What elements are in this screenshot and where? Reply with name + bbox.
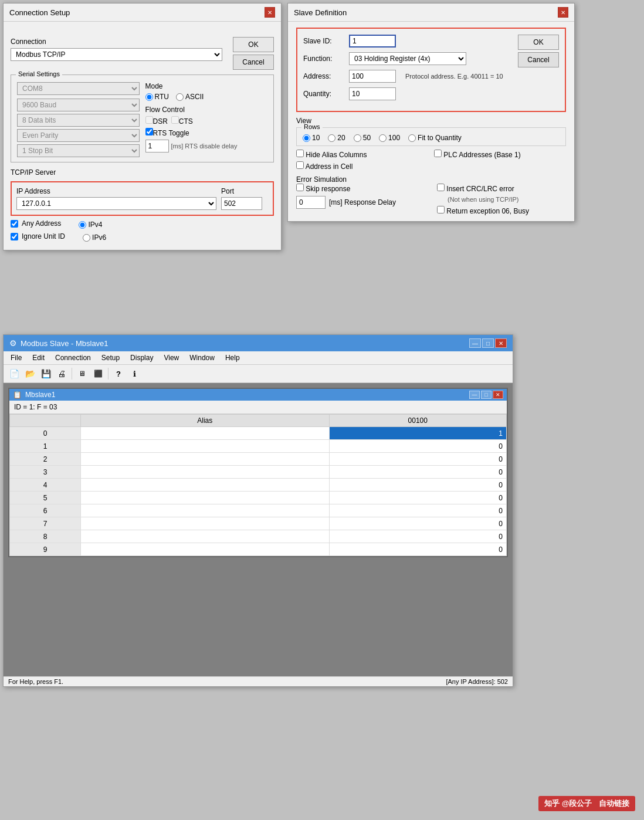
menu-window[interactable]: Window [185,353,219,363]
dsr-checkbox[interactable] [145,116,153,124]
parity-select[interactable]: Even Parity [17,129,140,142]
rows-20-radio[interactable] [328,134,335,142]
skip-response-check-label[interactable]: Skip response [296,184,425,193]
connection-ok-button[interactable]: OK [233,37,274,52]
app-maximize-button[interactable]: □ [482,338,494,348]
table-row[interactable]: 50 [10,492,507,504]
rows-10-radio[interactable] [303,134,310,142]
value-cell[interactable]: 0 [329,517,507,530]
databits-select[interactable]: 8 Data bits [17,114,140,127]
value-cell[interactable]: 0 [329,440,507,453]
alias-cell[interactable] [81,492,330,504]
toolbar-print-button[interactable]: 🖨 [55,367,69,381]
ip-address-select[interactable]: 127.0.0.1 [16,197,216,210]
value-cell[interactable]: 0 [329,453,507,466]
menu-edit[interactable]: Edit [28,353,49,363]
rtu-radio[interactable] [145,93,153,101]
value-cell[interactable]: 0 [329,466,507,479]
table-row[interactable]: 10 [10,440,507,453]
alias-cell[interactable] [81,543,330,556]
menu-display[interactable]: Display [126,353,158,363]
toolbar-open-button[interactable]: 📂 [23,367,37,381]
value-cell[interactable]: 1 [329,427,507,440]
table-row[interactable]: 60 [10,504,507,517]
ignore-unit-id-checkbox[interactable] [11,233,18,240]
connection-cancel-button[interactable]: Cancel [233,55,274,70]
toolbar-new-button[interactable]: 📄 [7,367,21,381]
baud-select[interactable]: 9600 Baud [17,99,140,111]
table-row[interactable]: 70 [10,517,507,530]
mdi-minimize-button[interactable]: — [469,391,480,399]
toolbar-about-button[interactable]: ℹ [127,367,141,381]
rows-10-label[interactable]: 10 [303,134,320,142]
app-minimize-button[interactable]: — [469,338,481,348]
slave-id-input[interactable] [349,35,396,48]
table-row[interactable]: 01 [10,427,507,440]
value-cell[interactable]: 0 [329,479,507,492]
rows-50-label[interactable]: 50 [354,134,371,142]
rtu-radio-label[interactable]: RTU [145,93,169,101]
menu-view[interactable]: View [159,353,184,363]
quantity-input[interactable] [349,87,396,100]
app-close-button[interactable]: ✕ [495,338,507,348]
ignore-unit-id-check-label[interactable]: Ignore Unit ID [11,232,65,240]
ipv4-radio[interactable] [79,221,86,229]
alias-cell[interactable] [81,530,330,543]
table-row[interactable]: 40 [10,479,507,492]
hide-alias-check-label[interactable]: Hide Alias Columns [296,150,428,159]
alias-cell[interactable] [81,440,330,453]
rows-50-radio[interactable] [354,134,361,142]
return-exception-checkbox[interactable] [437,206,445,214]
mdi-close-button[interactable]: ✕ [493,391,503,399]
response-delay-input[interactable] [296,196,326,209]
value-cell[interactable]: 0 [329,530,507,543]
rows-100-label[interactable]: 100 [379,134,400,142]
ipv6-radio[interactable] [83,234,90,242]
alias-cell[interactable] [81,453,330,466]
dsr-check-label[interactable]: DSR [145,116,168,126]
toolbar-disconnect-button[interactable]: ⬛ [91,367,105,381]
slave-def-ok-button[interactable]: OK [518,35,559,50]
value-cell[interactable]: 0 [329,543,507,556]
function-select[interactable]: 03 Holding Register (4x) 01 Coil Status … [349,52,466,65]
return-exception-check-label[interactable]: Return exception 06, Busy [437,206,566,215]
alias-cell[interactable] [81,504,330,517]
rts-toggle-label[interactable]: RTS Toggle [145,129,189,137]
address-in-cell-check-label[interactable]: Address in Cell [296,161,428,171]
ascii-radio[interactable] [176,93,184,101]
port-input[interactable] [221,197,262,210]
cts-checkbox[interactable] [171,116,179,124]
com-select[interactable]: COM8 [17,82,140,95]
skip-response-checkbox[interactable] [296,184,304,191]
rows-100-radio[interactable] [379,134,387,142]
connection-setup-close-button[interactable]: ✕ [265,7,275,18]
any-address-check-label[interactable]: Any Address [11,219,61,228]
any-address-checkbox[interactable] [11,220,18,228]
alias-cell[interactable] [81,427,330,440]
slave-definition-close-button[interactable]: ✕ [558,7,568,18]
rows-fit-radio[interactable] [408,134,416,142]
value-cell[interactable]: 0 [329,492,507,504]
toolbar-help-button[interactable]: ? [111,367,126,381]
alias-cell[interactable] [81,479,330,492]
rows-20-label[interactable]: 20 [328,134,345,142]
toolbar-connect-button[interactable]: 🖥 [75,367,89,381]
rows-fit-label[interactable]: Fit to Quantity [408,134,462,142]
connection-select[interactable]: Modbus TCP/IP Modbus RTU Modbus ASCII [11,48,222,61]
table-row[interactable]: 80 [10,530,507,543]
mdi-maximize-button[interactable]: □ [481,391,492,399]
ipv6-radio-label[interactable]: IPv6 [83,232,106,243]
ipv4-radio-label[interactable]: IPv4 [79,219,102,230]
slave-def-cancel-button[interactable]: Cancel [518,52,559,67]
alias-cell[interactable] [81,466,330,479]
value-cell[interactable]: 0 [329,504,507,517]
plc-address-check-label[interactable]: PLC Addresses (Base 1) [434,150,566,159]
menu-help[interactable]: Help [221,353,245,363]
rts-delay-input[interactable] [145,140,169,153]
stopbit-select[interactable]: 1 Stop Bit [17,144,140,157]
insert-crc-checkbox[interactable] [437,184,445,191]
address-input[interactable] [349,70,396,83]
menu-setup[interactable]: Setup [97,353,124,363]
table-row[interactable]: 30 [10,466,507,479]
ascii-radio-label[interactable]: ASCII [176,93,204,101]
